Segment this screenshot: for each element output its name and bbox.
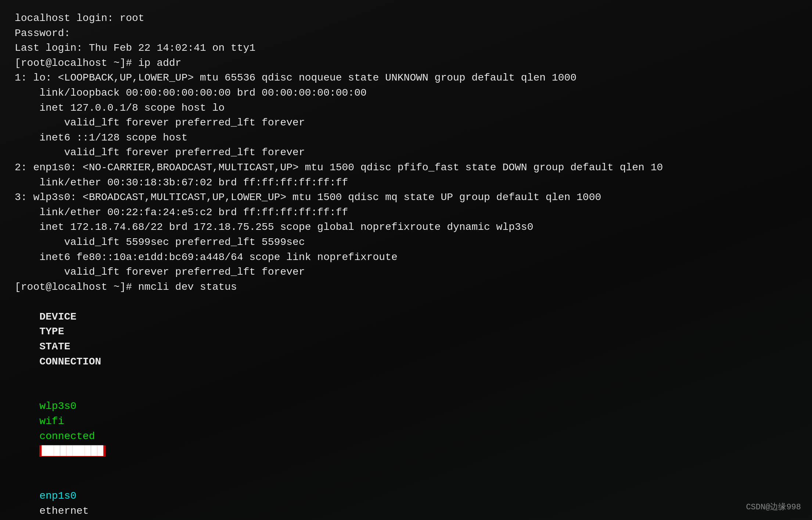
line-19: [root@localhost ~]# nmcli dev status [15,280,797,295]
line-6: link/loopback 00:00:00:00:00:00 brd 00:0… [15,86,797,101]
terminal-window: localhost login: root Password: Last log… [0,0,812,520]
line-4: [root@localhost ~]# ip addr [15,56,797,71]
nmcli-connection-wlp3s0: ██████████ [39,445,105,457]
line-14: link/ether 00:22:fa:24:e5:c2 brd ff:ff:f… [15,205,797,220]
line-10: valid_lft forever preferred_lft forever [15,145,797,160]
nmcli-header-state: STATE [39,339,120,355]
line-7: inet 127.0.0.1/8 scope host lo [15,101,797,116]
watermark: CSDN@边缘998 [746,502,801,513]
line-3: Last login: Thu Feb 22 14:02:41 on tty1 [15,41,797,56]
nmcli-type-enp1s0: ethernet [39,504,105,519]
line-11: 2: enp1s0: <NO-CARRIER,BROADCAST,MULTICA… [15,160,797,175]
line-1: localhost login: root [15,11,797,26]
nmcli-header-device: DEVICE [39,310,91,325]
nmcli-state-enp1s0: unavailable [39,519,120,520]
line-16: valid_lft 5599sec preferred_lft 5599sec [15,235,797,250]
nmcli-header-type: TYPE [39,324,105,339]
nmcli-row-enp1s0: enp1s0 ethernet unavailable -- [15,474,797,520]
nmcli-header-row: DEVICE TYPE STATE CONNECTION [15,295,797,384]
line-17: inet6 fe80::10a:e1dd:bc69:a448/64 scope … [15,250,797,265]
nmcli-state-wlp3s0: connected [39,429,120,444]
line-5: 1: lo: <LOOPBACK,UP,LOWER_UP> mtu 65536 … [15,71,797,86]
nmcli-type-wlp3s0: wifi [39,414,105,429]
line-9: inet6 ::1/128 scope host [15,131,797,146]
line-2: Password: [15,26,797,41]
nmcli-header-connection: CONNECTION [39,356,101,367]
line-18: valid_lft forever preferred_lft forever [15,265,797,280]
line-8: valid_lft forever preferred_lft forever [15,115,797,131]
nmcli-device-wlp3s0: wlp3s0 [39,399,91,414]
nmcli-device-enp1s0: enp1s0 [39,489,91,504]
line-13: 3: wlp3s0: <BROADCAST,MULTICAST,UP,LOWER… [15,190,797,205]
nmcli-row-wlp3s0: wlp3s0 wifi connected ██████████ [15,384,797,474]
line-12: link/ether 00:30:18:3b:67:02 brd ff:ff:f… [15,175,797,190]
line-15: inet 172.18.74.68/22 brd 172.18.75.255 s… [15,220,797,235]
